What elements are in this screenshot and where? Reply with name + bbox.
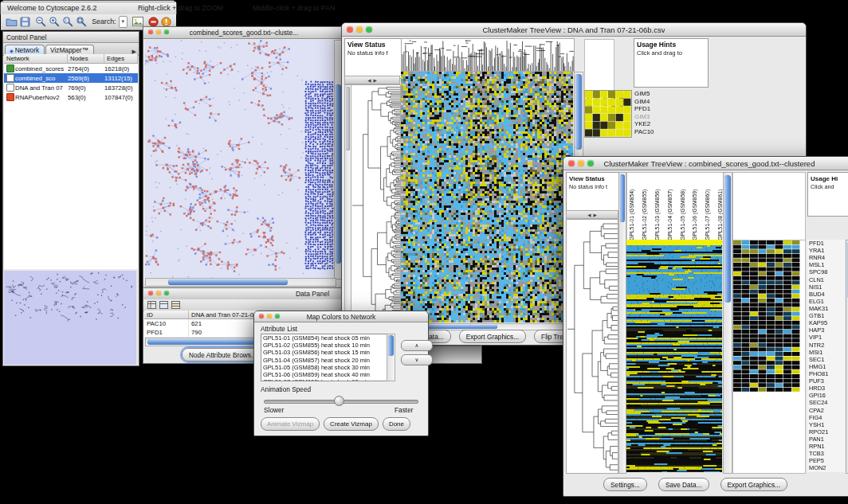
scroll-right-icon[interactable]: ▶ (374, 78, 377, 83)
zoom-icon[interactable] (275, 314, 280, 318)
network-overview-thumbnail[interactable] (4, 271, 136, 365)
zoom-icon[interactable] (164, 291, 169, 295)
matrix-label[interactable]: GIM3 (634, 113, 654, 121)
zoom-icon[interactable] (366, 26, 372, 33)
treeview-button[interactable]: Save Data... (658, 478, 709, 491)
column-header[interactable]: Edges (104, 54, 138, 64)
gene-label[interactable]: YSH1 (807, 421, 845, 428)
gene-label[interactable]: TCB3 (807, 450, 845, 457)
network-canvas[interactable] (145, 40, 335, 278)
dendrogram-scroll-arrows[interactable]: ◀ ▶ (566, 210, 618, 219)
column-label[interactable]: GPL51-03 (GSM856) (654, 174, 662, 240)
gene-label[interactable]: BUD4 (807, 291, 845, 298)
minimize-icon[interactable] (267, 314, 272, 318)
gene-label[interactable]: PAN1 (807, 436, 845, 443)
zoom-fit-icon[interactable] (76, 15, 87, 28)
column-dendrogram[interactable] (401, 38, 575, 72)
save-session-icon[interactable] (20, 15, 30, 28)
column-header[interactable]: Nodes (68, 54, 104, 64)
gene-label[interactable]: KAP95 (807, 319, 845, 326)
dialog-button[interactable]: Animate Vizmap (261, 417, 320, 431)
column-header[interactable]: Network (4, 54, 68, 64)
dialog-button[interactable]: Done (383, 417, 410, 431)
gene-label[interactable]: SEC24 (807, 399, 845, 406)
column-label[interactable]: GPL51-02 (GSM855) (642, 174, 649, 240)
gene-label[interactable]: CLN1 (807, 276, 845, 283)
move-down-button[interactable]: ∨ (401, 354, 433, 365)
gene-label[interactable]: RPO21 (807, 428, 845, 436)
zoom-actual-icon[interactable]: 1:1 (62, 15, 73, 28)
minimize-icon[interactable] (356, 26, 363, 33)
column-label[interactable]: GPL51-01 (GSM854) (629, 174, 636, 240)
matrix-label[interactable]: GIM5 (634, 90, 654, 98)
column-label[interactable]: GPL51-06 (GSM859) (692, 174, 699, 240)
treeview-button[interactable]: Settings... (603, 478, 647, 491)
scroll-left-icon[interactable]: ◀ (587, 213, 591, 217)
column-header[interactable]: ID (144, 311, 189, 319)
network-row[interactable]: DNA and Tran 07 769(0) 183728(0) (4, 83, 138, 92)
minimize-icon[interactable] (156, 291, 161, 295)
minimize-icon[interactable] (578, 160, 584, 166)
heatmap-canvas[interactable] (626, 240, 722, 472)
row-dendrogram[interactable] (566, 219, 618, 474)
network-row[interactable]: combined_scores 2764(0) 16218(0) (4, 64, 138, 73)
gene-label[interactable]: MSL1 (807, 261, 845, 268)
close-icon[interactable] (347, 26, 353, 33)
gene-label[interactable]: PFD1 (807, 240, 845, 247)
column-label[interactable]: GPL51-05 (GSM858) (680, 174, 687, 240)
gene-label[interactable]: SPC98 (807, 268, 845, 275)
minimize-icon[interactable] (156, 29, 161, 34)
dialog-titlebar[interactable]: Map Colors to Network (254, 311, 428, 322)
animation-speed-slider[interactable] (264, 396, 418, 405)
network-row[interactable]: RNAPuberNov2 563(0) 107847(0) (4, 92, 138, 102)
matrix-label[interactable]: YKE2 (634, 120, 654, 128)
attribute-item[interactable]: GPL51-03 (GSM856) heat shock 15 min (261, 349, 387, 356)
network-view-titlebar[interactable]: combined_scores_good.txt--cluste... (143, 27, 344, 39)
treeview-combined-titlebar[interactable]: ClusterMaker TreeView : combined_scores_… (563, 157, 848, 170)
row-dendrogram[interactable] (351, 84, 401, 326)
search-input[interactable]: ▾ (119, 16, 128, 28)
gene-label[interactable]: CPA2 (807, 407, 845, 414)
heatmap-canvas[interactable] (401, 72, 573, 322)
matrix-label[interactable]: PAC10 (634, 128, 654, 136)
treeview-button[interactable]: Export Graphics... (720, 478, 787, 491)
zoom-icon[interactable] (164, 29, 169, 34)
attribute-item[interactable]: GPL51-07 (GSM860) heat shock 60 min (261, 378, 387, 381)
gene-label[interactable]: HMG1 (807, 363, 845, 370)
attribute-list-scrollbar[interactable] (387, 334, 395, 381)
zoom-icon[interactable] (587, 160, 594, 166)
slider-thumb[interactable] (334, 396, 344, 406)
attribute-item[interactable]: GPL51-02 (GSM855) heat shock 10 min (261, 342, 387, 349)
scroll-left-icon[interactable]: ◀ (367, 78, 371, 83)
attribute-item[interactable]: GPL51-01 (GSM854) heat shock 05 min (261, 334, 387, 342)
attribute-item[interactable]: GPL51-05 (GSM858) heat shock 30 min (261, 364, 387, 371)
gene-label[interactable]: HRD3 (807, 385, 845, 392)
gene-label[interactable]: PUF3 (807, 377, 845, 385)
gene-label[interactable]: MAK31 (807, 305, 845, 312)
dendrogram-scroll-arrows[interactable]: ◀ ▶ (344, 76, 400, 84)
node-attribute-browser-button[interactable]: Node Attribute Brows... (182, 348, 264, 361)
scroll-right-icon[interactable]: ▶ (594, 213, 597, 217)
close-icon[interactable] (148, 291, 153, 295)
matrix-label[interactable]: PFD1 (634, 105, 654, 113)
attribute-item[interactable]: GPL51-04 (GSM857) heat shock 20 min (261, 357, 387, 364)
gene-label[interactable]: RPN1 (807, 443, 845, 450)
gene-label[interactable]: MON2 (807, 464, 845, 471)
dendrogram-scrollbar[interactable] (618, 172, 626, 474)
attribute-item[interactable]: GPL51-06 (GSM859) heat shock 40 min (261, 371, 387, 378)
close-icon[interactable] (148, 29, 153, 34)
treeview-button[interactable]: Export Graphics... (459, 330, 526, 343)
gene-label[interactable]: NIS1 (807, 283, 845, 291)
open-session-icon[interactable] (6, 15, 18, 28)
gene-label[interactable]: GTB1 (807, 312, 845, 319)
close-icon[interactable] (259, 314, 264, 318)
treeview-dna-titlebar[interactable]: ClusterMaker TreeView : DNA and Tran 07-… (342, 23, 806, 37)
gene-label[interactable]: MSI1 (807, 349, 845, 356)
gene-label[interactable]: NTR2 (807, 342, 845, 349)
close-icon[interactable] (568, 160, 575, 166)
zoom-out-icon[interactable] (35, 15, 46, 28)
gene-label[interactable]: RNR4 (807, 254, 845, 261)
gene-label[interactable]: HAP3 (807, 326, 845, 334)
gene-label[interactable]: PEP5 (807, 457, 845, 464)
column-label[interactable]: GPL51-04 (GSM857) (667, 174, 674, 240)
